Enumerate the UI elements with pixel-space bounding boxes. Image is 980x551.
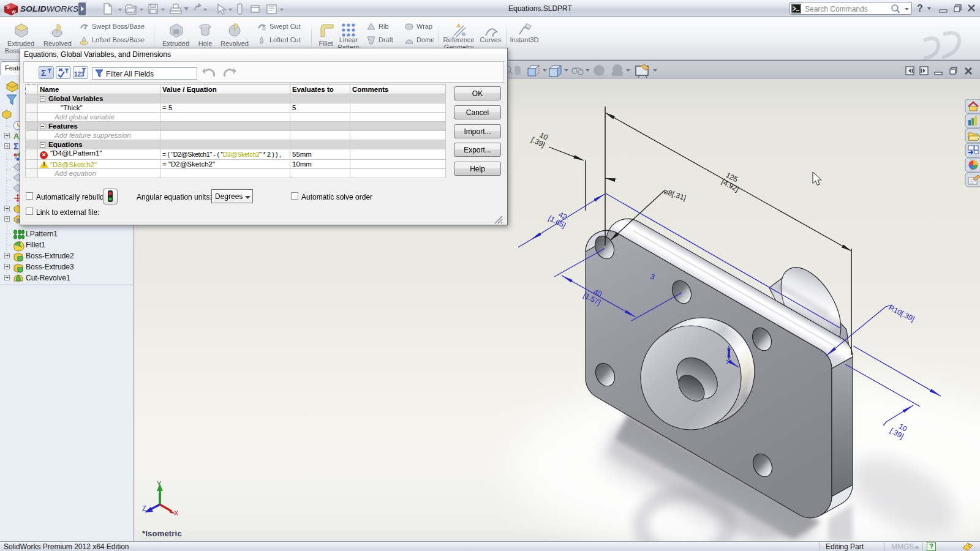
svg-text:S: S xyxy=(7,5,10,9)
svg-text:Σ: Σ xyxy=(13,141,18,151)
svg-text:Curves: Curves xyxy=(480,36,502,43)
svg-text:Hole: Hole xyxy=(198,40,213,47)
svg-text:Extruded: Extruded xyxy=(162,40,189,47)
svg-text:Wrap: Wrap xyxy=(417,23,432,30)
svg-text:W: W xyxy=(12,10,16,14)
svg-text:Swept Boss/Base: Swept Boss/Base xyxy=(92,23,145,30)
svg-text:Draft: Draft xyxy=(379,36,393,43)
svg-text:Instant3D: Instant3D xyxy=(510,36,538,43)
svg-text:123: 123 xyxy=(74,71,85,78)
svg-text:Lofted Cut: Lofted Cut xyxy=(270,36,301,43)
svg-text:Rib: Rib xyxy=(379,23,389,30)
svg-text:Extruded: Extruded xyxy=(7,40,34,47)
svg-text:?: ? xyxy=(917,3,923,13)
svg-text:Revolved: Revolved xyxy=(221,40,249,47)
svg-text:Swept Cut: Swept Cut xyxy=(270,23,301,30)
svg-text:Reference: Reference xyxy=(443,36,475,43)
svg-text:Σ: Σ xyxy=(41,68,46,78)
svg-text:Dome: Dome xyxy=(417,36,434,43)
svg-text:Revolved: Revolved xyxy=(43,40,72,47)
svg-text:⌀8[.31]: ⌀8[.31] xyxy=(663,187,687,203)
svg-text:Lofted Boss/Base: Lofted Boss/Base xyxy=(92,36,145,43)
svg-text:Linear: Linear xyxy=(339,36,358,43)
svg-text:R10[.39]: R10[.39] xyxy=(888,303,916,323)
svg-text:Fillet: Fillet xyxy=(318,40,333,47)
svg-text:A: A xyxy=(13,132,20,141)
